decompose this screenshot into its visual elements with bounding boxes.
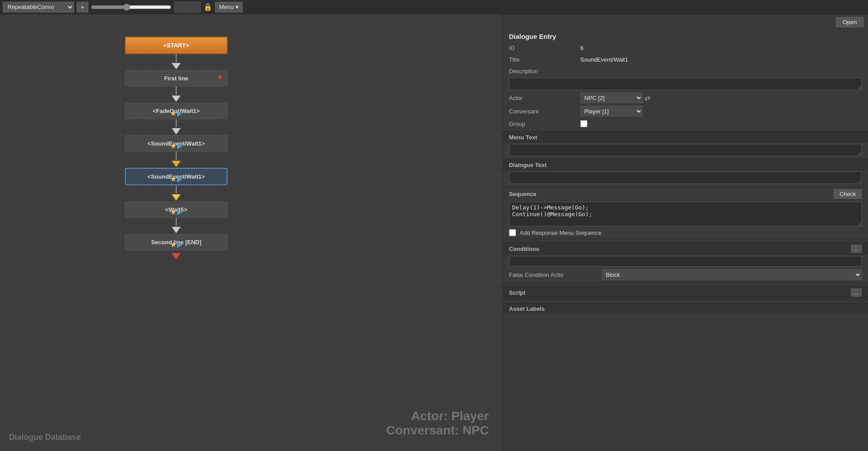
node-second-line[interactable]: Second line [END] ★ ▶ [125,234,227,251]
first-line-node-group: First line ● [125,70,227,103]
node-wait5[interactable]: <Wait5> ★ ▶ [125,201,227,218]
arrow-icon-2: ▶ [177,142,182,150]
zoom-slider[interactable] [91,4,171,11]
check-button[interactable]: Check [834,189,862,199]
sound-event-1-node-group: <SoundEvent/Wait1> ★ ▶ [125,135,227,168]
star-icon-5: ★ [170,241,176,248]
add-response-checkbox[interactable] [509,229,516,236]
divider-3 [503,300,868,300]
add-response-row: Add Response Menu Sequence [503,227,868,238]
sequence-header: Sequence Check [503,187,868,201]
db-label: Dialogue Database [9,433,81,442]
arrow-down-yellow [172,194,181,200]
menu-text-field[interactable] [509,144,862,156]
node-icons-2: ★ ▶ [170,142,182,150]
node-fadeout[interactable]: <FadeOut/Wait1> ★ ▶ [125,103,227,119]
menu-text-label: Menu Text [509,134,537,141]
actor-row: Actor NPC [2] Player [1] ⇄ [503,91,868,104]
conversant-label: Conversant: NPC [386,423,489,438]
divider-2 [503,283,868,283]
divider-1 [503,239,868,239]
node-start[interactable]: <START> [125,37,227,54]
title-value: SoundEvent/Wait1 [580,56,862,63]
asset-labels-label: Asset Labels [509,305,545,312]
add-button[interactable]: + [77,2,88,13]
star-icon-2: ★ [170,142,176,150]
canvas-area[interactable]: <START> First line ● <FadeOut/Wait1> [0,14,502,451]
conditions-btn[interactable]: ... [851,245,862,253]
title-row: Title SoundEvent/Wait1 [503,54,868,65]
node-icons-4: ★ ▶ [170,209,182,216]
nodes-container: <START> First line ● <FadeOut/Wait1> [125,37,227,260]
group-row: Group [503,118,868,129]
id-value: 6 [580,45,862,51]
actor-select[interactable]: NPC [2] Player [1] [580,92,643,103]
connector-line-5 [176,185,177,193]
wait5-node-group: <Wait5> ★ ▶ [125,201,227,234]
right-panel: Open Dialogue Entry ID 6 Title SoundEven… [502,14,868,451]
star-icon: ★ [170,110,176,117]
title-label: Title [509,56,580,63]
conditions-header: Conditions ... [503,242,868,255]
connector-line-4 [176,152,177,160]
menu-button[interactable]: Menu ▾ [215,2,243,13]
script-btn[interactable]: ... [851,288,862,296]
dialogue-text-label: Dialogue Text [509,162,546,168]
node-sound-event-2[interactable]: <SoundEvent/Wait1> ★ ▶ [125,168,227,185]
conditions-field[interactable] [509,256,862,267]
connector-line-6 [176,218,177,226]
lock-icon[interactable]: 🔒 [203,3,212,11]
arrow-down-2 [172,96,181,102]
menu-text-header: Menu Text [503,131,868,143]
connector-line [176,54,177,62]
connector-line-2 [176,87,177,95]
arrow-icon-5: ▶ [177,241,182,248]
false-condition-row: False Condition Actio Block Continue Pas… [503,267,868,282]
arrow-down-4 [172,161,181,167]
description-label: Description [509,68,580,75]
canvas-bottom-labels: Actor: Player Conversant: NPC [386,409,489,438]
id-row: ID 6 [503,42,868,54]
conversation-selector[interactable]: RepeatableConvoRepeatableConvo [3,2,74,13]
script-header: Script ... [503,286,868,299]
group-label: Group [509,121,580,127]
false-condition-label: False Condition Actio [509,271,598,278]
false-condition-select[interactable]: Block Continue PassThrough [602,269,862,280]
script-label: Script [509,289,525,296]
star-icon-4: ★ [170,209,176,216]
toolbar: RepeatableConvoRepeatableConvo + 0.9267 … [0,0,868,14]
red-triangle-wrap [172,252,181,260]
connector-line-3 [176,119,177,127]
panel-title: Dialogue Entry [503,30,868,42]
arrow-down-3 [172,128,181,134]
main-content: <START> First line ● <FadeOut/Wait1> [0,14,868,451]
arrow-down [172,63,181,69]
id-label: ID [509,45,580,51]
actor-label-field: Actor [509,95,580,101]
arrow-down-5 [172,227,181,233]
fadeout-node-group: <FadeOut/Wait1> ★ ▶ [125,103,227,135]
arrow-icon-4: ▶ [177,209,182,216]
asset-labels-header: Asset Labels [503,303,868,314]
node-icons: ★ ▶ [170,110,182,117]
sequence-label: Sequence [509,191,536,197]
arrow-icon: ▶ [177,110,182,117]
actor-expand-icon[interactable]: ⇄ [645,94,650,102]
description-field[interactable] [509,78,862,90]
node-icons-3: ★ ▶ [170,175,182,183]
start-node-group: <START> [125,37,227,70]
sound-event-2-node-group: <SoundEvent/Wait1> ★ ▶ [125,168,227,201]
panel-top-bar: Open [503,14,868,30]
red-triangle-icon [172,253,181,259]
conversant-select[interactable]: Player [1] NPC [2] [580,106,643,117]
zoom-value[interactable]: 0.9267 [174,2,201,13]
arrow-icon-3: ▶ [177,175,182,183]
description-row: Description [503,65,868,77]
dialogue-text-field[interactable] [509,171,862,184]
open-button[interactable]: Open [836,17,864,27]
node-first-line[interactable]: First line ● [125,70,227,87]
node-sound-event-1[interactable]: <SoundEvent/Wait1> ★ ▶ [125,135,227,152]
sequence-field[interactable]: Delay(1)->Message(Go); Continue()@Messag… [509,202,862,226]
group-checkbox[interactable] [580,120,587,127]
dialogue-text-header: Dialogue Text [503,159,868,171]
